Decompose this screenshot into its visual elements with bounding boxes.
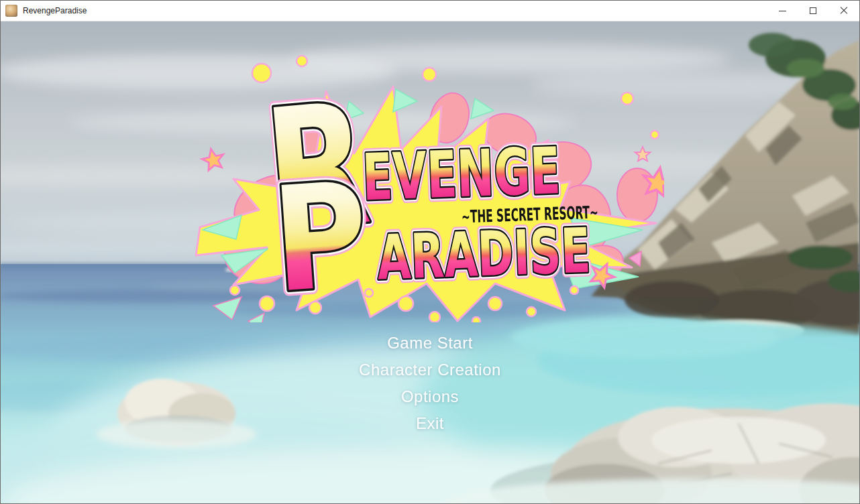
titlebar: RevengeParadise <box>1 1 859 21</box>
logo-letter-p: P P P <box>268 151 373 322</box>
maximize-icon <box>810 7 816 14</box>
logo-word-paradise: ARADISE ARADISE ARADISE <box>376 214 592 294</box>
menu-item-game-start[interactable]: Game Start <box>1 330 859 357</box>
main-menu: Game Start Character Creation Options Ex… <box>1 330 859 437</box>
minimize-icon <box>779 11 786 11</box>
svg-text:EVENGE: EVENGE <box>361 133 561 215</box>
decor-pink-triangle <box>629 251 641 266</box>
app-window: RevengeParadise <box>0 0 860 504</box>
window-title: RevengeParadise <box>23 6 767 15</box>
window-controls <box>767 1 859 21</box>
close-icon <box>840 7 848 15</box>
menu-item-character-creation[interactable]: Character Creation <box>1 357 859 383</box>
menu-item-exit[interactable]: Exit <box>1 410 859 437</box>
maximize-button[interactable] <box>798 1 828 21</box>
logo-word-revenge: EVENGE EVENGE EVENGE <box>361 133 561 215</box>
svg-text:ARADISE: ARADISE <box>376 214 592 294</box>
svg-text:P: P <box>268 151 373 322</box>
game-logo: EVENGE EVENGE EVENGE R R R ~THE SECRET R… <box>195 54 664 322</box>
game-viewport: EVENGE EVENGE EVENGE R R R ~THE SECRET R… <box>1 21 859 504</box>
close-button[interactable] <box>828 1 859 21</box>
menu-item-options[interactable]: Options <box>1 383 859 410</box>
window-app-icon <box>5 5 17 17</box>
minimize-button[interactable] <box>767 1 798 21</box>
